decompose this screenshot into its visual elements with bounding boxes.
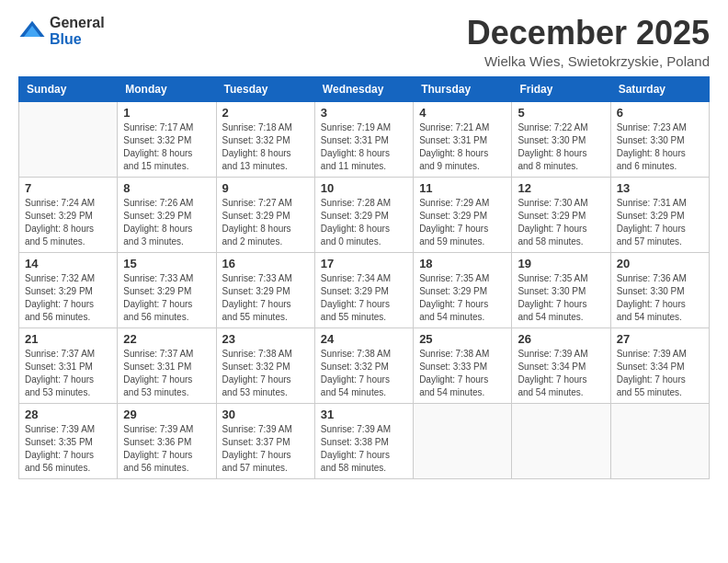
day-number: 17 bbox=[321, 257, 407, 270]
calendar-header-row: Sunday Monday Tuesday Wednesday Thursday… bbox=[19, 76, 710, 101]
day-number: 30 bbox=[222, 408, 309, 421]
logo-general: General bbox=[50, 15, 105, 30]
day-number: 3 bbox=[321, 106, 407, 120]
calendar-cell: 10Sunrise: 7:28 AMSunset: 3:29 PMDayligh… bbox=[314, 177, 413, 252]
calendar-week-3: 14Sunrise: 7:32 AMSunset: 3:29 PMDayligh… bbox=[19, 252, 710, 327]
calendar-cell: 25Sunrise: 7:38 AMSunset: 3:33 PMDayligh… bbox=[414, 327, 512, 403]
day-number: 20 bbox=[617, 257, 703, 270]
day-number: 7 bbox=[25, 181, 111, 195]
calendar-cell: 24Sunrise: 7:38 AMSunset: 3:32 PMDayligh… bbox=[314, 327, 413, 403]
day-info: Sunrise: 7:24 AMSunset: 3:29 PMDaylight:… bbox=[25, 197, 111, 248]
day-info: Sunrise: 7:34 AMSunset: 3:29 PMDaylight:… bbox=[321, 272, 407, 324]
header-saturday: Saturday bbox=[610, 76, 709, 101]
header-friday: Friday bbox=[512, 76, 610, 101]
day-info: Sunrise: 7:18 AMSunset: 3:32 PMDaylight:… bbox=[222, 121, 309, 173]
calendar-cell: 17Sunrise: 7:34 AMSunset: 3:29 PMDayligh… bbox=[314, 252, 413, 327]
day-info: Sunrise: 7:33 AMSunset: 3:29 PMDaylight:… bbox=[222, 272, 309, 324]
calendar-cell: 29Sunrise: 7:39 AMSunset: 3:36 PMDayligh… bbox=[118, 403, 216, 478]
day-number: 11 bbox=[419, 181, 506, 195]
calendar-cell: 23Sunrise: 7:38 AMSunset: 3:32 PMDayligh… bbox=[216, 327, 314, 403]
day-number: 12 bbox=[518, 181, 604, 195]
calendar-cell: 21Sunrise: 7:37 AMSunset: 3:31 PMDayligh… bbox=[19, 327, 118, 403]
day-number: 2 bbox=[222, 106, 309, 120]
day-info: Sunrise: 7:38 AMSunset: 3:32 PMDaylight:… bbox=[321, 348, 407, 399]
day-number: 10 bbox=[321, 181, 407, 195]
page-header: General Blue December 2025 Wielka Wies, … bbox=[18, 15, 710, 69]
calendar-cell: 20Sunrise: 7:36 AMSunset: 3:30 PMDayligh… bbox=[610, 252, 709, 327]
day-info: Sunrise: 7:35 AMSunset: 3:30 PMDaylight:… bbox=[518, 272, 604, 324]
title-section: December 2025 Wielka Wies, Swietokrzyski… bbox=[467, 15, 710, 69]
calendar-cell: 5Sunrise: 7:22 AMSunset: 3:30 PMDaylight… bbox=[512, 101, 610, 177]
calendar-cell: 3Sunrise: 7:19 AMSunset: 3:31 PMDaylight… bbox=[314, 101, 413, 177]
day-info: Sunrise: 7:27 AMSunset: 3:29 PMDaylight:… bbox=[222, 197, 309, 248]
calendar-cell: 1Sunrise: 7:17 AMSunset: 3:32 PMDaylight… bbox=[118, 101, 216, 177]
calendar-cell: 2Sunrise: 7:18 AMSunset: 3:32 PMDaylight… bbox=[216, 101, 314, 177]
calendar-cell: 22Sunrise: 7:37 AMSunset: 3:31 PMDayligh… bbox=[118, 327, 216, 403]
calendar-cell: 7Sunrise: 7:24 AMSunset: 3:29 PMDaylight… bbox=[19, 177, 118, 252]
calendar-cell: 31Sunrise: 7:39 AMSunset: 3:38 PMDayligh… bbox=[314, 403, 413, 478]
day-info: Sunrise: 7:30 AMSunset: 3:29 PMDaylight:… bbox=[518, 197, 604, 248]
calendar-cell: 9Sunrise: 7:27 AMSunset: 3:29 PMDaylight… bbox=[216, 177, 314, 252]
day-number: 8 bbox=[123, 181, 210, 195]
day-info: Sunrise: 7:32 AMSunset: 3:29 PMDaylight:… bbox=[25, 272, 111, 324]
day-number: 26 bbox=[518, 332, 604, 346]
day-info: Sunrise: 7:39 AMSunset: 3:34 PMDaylight:… bbox=[617, 348, 703, 399]
calendar-cell bbox=[19, 101, 118, 177]
logo-icon bbox=[18, 17, 46, 45]
day-info: Sunrise: 7:39 AMSunset: 3:38 PMDaylight:… bbox=[321, 423, 407, 475]
day-number: 6 bbox=[617, 106, 703, 120]
day-info: Sunrise: 7:28 AMSunset: 3:29 PMDaylight:… bbox=[321, 197, 407, 248]
day-number: 1 bbox=[123, 106, 210, 120]
day-number: 24 bbox=[321, 332, 407, 346]
day-number: 27 bbox=[617, 332, 703, 346]
calendar-table: Sunday Monday Tuesday Wednesday Thursday… bbox=[18, 76, 710, 479]
day-info: Sunrise: 7:19 AMSunset: 3:31 PMDaylight:… bbox=[321, 121, 407, 173]
day-number: 25 bbox=[419, 332, 506, 346]
day-number: 9 bbox=[222, 181, 309, 195]
calendar-week-5: 28Sunrise: 7:39 AMSunset: 3:35 PMDayligh… bbox=[19, 403, 710, 478]
calendar-cell: 13Sunrise: 7:31 AMSunset: 3:29 PMDayligh… bbox=[610, 177, 709, 252]
day-number: 18 bbox=[419, 257, 506, 270]
day-number: 21 bbox=[25, 332, 111, 346]
day-info: Sunrise: 7:26 AMSunset: 3:29 PMDaylight:… bbox=[123, 197, 210, 248]
day-info: Sunrise: 7:33 AMSunset: 3:29 PMDaylight:… bbox=[123, 272, 210, 324]
calendar-cell: 26Sunrise: 7:39 AMSunset: 3:34 PMDayligh… bbox=[512, 327, 610, 403]
calendar-week-4: 21Sunrise: 7:37 AMSunset: 3:31 PMDayligh… bbox=[19, 327, 710, 403]
day-number: 19 bbox=[518, 257, 604, 270]
day-number: 31 bbox=[321, 408, 407, 421]
day-info: Sunrise: 7:38 AMSunset: 3:33 PMDaylight:… bbox=[419, 348, 506, 399]
calendar-cell bbox=[512, 403, 610, 478]
header-thursday: Thursday bbox=[414, 76, 512, 101]
day-number: 4 bbox=[419, 106, 506, 120]
calendar-cell: 28Sunrise: 7:39 AMSunset: 3:35 PMDayligh… bbox=[19, 403, 118, 478]
logo: General Blue bbox=[18, 15, 105, 48]
header-sunday: Sunday bbox=[19, 76, 118, 101]
day-info: Sunrise: 7:29 AMSunset: 3:29 PMDaylight:… bbox=[419, 197, 506, 248]
month-title: December 2025 bbox=[467, 15, 710, 52]
calendar-cell: 19Sunrise: 7:35 AMSunset: 3:30 PMDayligh… bbox=[512, 252, 610, 327]
header-tuesday: Tuesday bbox=[216, 76, 314, 101]
calendar-cell: 11Sunrise: 7:29 AMSunset: 3:29 PMDayligh… bbox=[414, 177, 512, 252]
day-number: 13 bbox=[617, 181, 703, 195]
calendar-cell bbox=[610, 403, 709, 478]
day-number: 28 bbox=[25, 408, 111, 421]
day-info: Sunrise: 7:39 AMSunset: 3:36 PMDaylight:… bbox=[123, 423, 210, 475]
calendar-week-2: 7Sunrise: 7:24 AMSunset: 3:29 PMDaylight… bbox=[19, 177, 710, 252]
calendar-cell: 8Sunrise: 7:26 AMSunset: 3:29 PMDaylight… bbox=[118, 177, 216, 252]
calendar-cell: 30Sunrise: 7:39 AMSunset: 3:37 PMDayligh… bbox=[216, 403, 314, 478]
logo-blue: Blue bbox=[50, 31, 82, 47]
day-info: Sunrise: 7:37 AMSunset: 3:31 PMDaylight:… bbox=[123, 348, 210, 399]
calendar-cell: 27Sunrise: 7:39 AMSunset: 3:34 PMDayligh… bbox=[610, 327, 709, 403]
day-number: 29 bbox=[123, 408, 210, 421]
calendar-cell: 15Sunrise: 7:33 AMSunset: 3:29 PMDayligh… bbox=[118, 252, 216, 327]
location-title: Wielka Wies, Swietokrzyskie, Poland bbox=[467, 53, 710, 69]
day-info: Sunrise: 7:23 AMSunset: 3:30 PMDaylight:… bbox=[617, 121, 703, 173]
header-monday: Monday bbox=[118, 76, 216, 101]
day-info: Sunrise: 7:37 AMSunset: 3:31 PMDaylight:… bbox=[25, 348, 111, 399]
day-number: 23 bbox=[222, 332, 309, 346]
day-info: Sunrise: 7:31 AMSunset: 3:29 PMDaylight:… bbox=[617, 197, 703, 248]
day-info: Sunrise: 7:38 AMSunset: 3:32 PMDaylight:… bbox=[222, 348, 309, 399]
day-number: 16 bbox=[222, 257, 309, 270]
calendar-cell: 4Sunrise: 7:21 AMSunset: 3:31 PMDaylight… bbox=[414, 101, 512, 177]
calendar-week-1: 1Sunrise: 7:17 AMSunset: 3:32 PMDaylight… bbox=[19, 101, 710, 177]
